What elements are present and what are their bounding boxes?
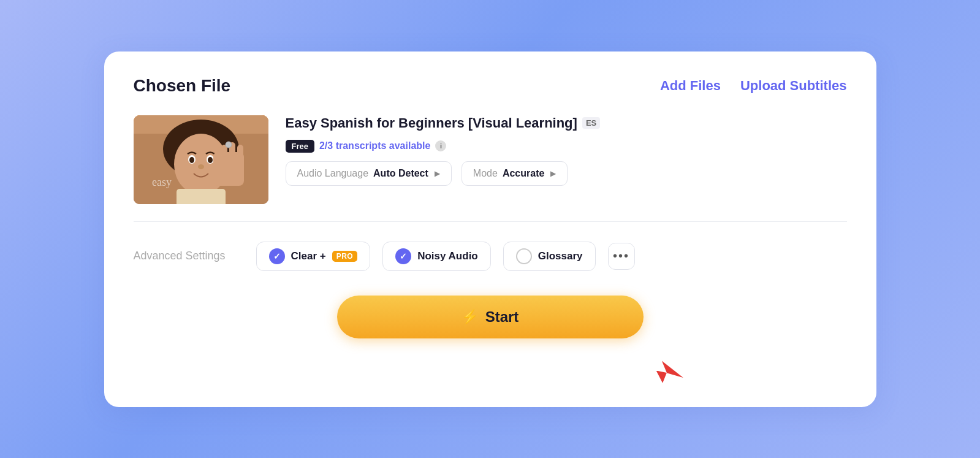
svg-point-13 <box>226 142 232 148</box>
file-info: Easy Spanish for Beginners [Visual Learn… <box>286 115 847 186</box>
mode-label: Mode <box>473 168 498 179</box>
noisy-check-icon: ✓ <box>395 248 411 264</box>
svg-point-7 <box>208 157 213 163</box>
card-header: Chosen File Add Files Upload Subtitles <box>134 76 847 96</box>
add-files-link[interactable]: Add Files <box>660 78 721 94</box>
svg-point-8 <box>198 164 204 169</box>
audio-language-selector[interactable]: Audio Language Auto Detect ▶ <box>286 161 452 186</box>
noisy-audio-chip[interactable]: ✓ Noisy Audio <box>382 242 491 271</box>
glossary-check-icon <box>516 248 532 264</box>
mode-value: Accurate <box>503 168 544 179</box>
settings-row: Audio Language Auto Detect ▶ Mode Accura… <box>286 161 847 186</box>
start-button-wrapper: ⚡ Start <box>134 296 847 338</box>
svg-text:easy: easy <box>152 176 172 188</box>
transcripts-row: Free 2/3 transcripts available i <box>286 140 847 153</box>
thumbnail-illustration: easy <box>134 115 268 204</box>
audio-language-value: Auto Detect <box>373 168 428 179</box>
cursor-arrow-icon <box>651 349 694 392</box>
svg-rect-9 <box>213 152 244 186</box>
svg-rect-14 <box>177 189 226 204</box>
file-row: BEGINNER SPANISH <box>134 115 847 222</box>
header-actions: Add Files Upload Subtitles <box>660 78 847 94</box>
mode-selector[interactable]: Mode Accurate ▶ <box>462 161 568 186</box>
advanced-settings-label: Advanced Settings <box>134 250 244 262</box>
svg-rect-12 <box>237 145 243 157</box>
clear-check-icon: ✓ <box>269 248 285 264</box>
audio-language-label: Audio Language <box>297 168 369 179</box>
start-button[interactable]: ⚡ Start <box>337 296 644 338</box>
svg-point-6 <box>189 157 194 163</box>
upload-subtitles-link[interactable]: Upload Subtitles <box>740 78 847 94</box>
file-title: Easy Spanish for Beginners [Visual Learn… <box>286 115 577 131</box>
free-badge: Free <box>286 140 314 153</box>
glossary-chip[interactable]: Glossary <box>503 242 596 271</box>
main-card: Chosen File Add Files Upload Subtitles B… <box>104 52 876 407</box>
clear-label: Clear + <box>291 250 326 262</box>
pro-badge: PRO <box>332 251 358 262</box>
glossary-label: Glossary <box>538 250 583 262</box>
audio-language-arrow-icon: ▶ <box>435 169 440 178</box>
advanced-settings-row: Advanced Settings ✓ Clear + PRO ✓ Noisy … <box>134 242 847 271</box>
info-icon[interactable]: i <box>435 140 446 151</box>
file-thumbnail: BEGINNER SPANISH <box>134 115 268 204</box>
bolt-icon: ⚡ <box>462 309 478 325</box>
page-title: Chosen File <box>134 76 231 96</box>
noisy-audio-label: Noisy Audio <box>417 250 478 262</box>
lang-badge: ES <box>582 117 600 129</box>
more-dots-icon: ••• <box>613 249 629 263</box>
transcripts-text: 2/3 transcripts available <box>319 140 430 151</box>
clear-chip[interactable]: ✓ Clear + PRO <box>256 242 371 271</box>
file-title-row: Easy Spanish for Beginners [Visual Learn… <box>286 115 847 131</box>
mode-arrow-icon: ▶ <box>550 169 556 178</box>
svg-marker-16 <box>655 359 686 384</box>
more-options-button[interactable]: ••• <box>608 243 635 270</box>
start-label: Start <box>485 308 519 326</box>
